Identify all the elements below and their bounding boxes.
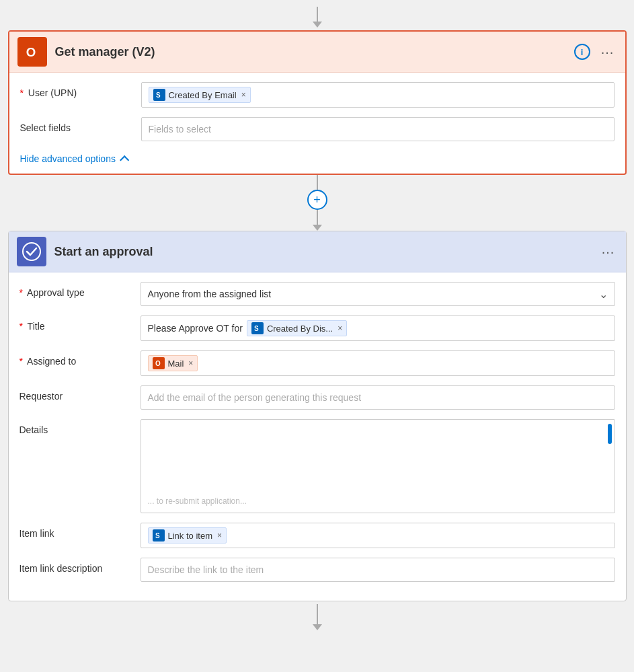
details-textarea[interactable]: ... to re-submit application... xyxy=(141,419,615,513)
assigned-to-row: * Assigned to O Mail × xyxy=(19,350,615,376)
chip-remove[interactable]: × xyxy=(241,90,246,100)
requestor-label: Requestor xyxy=(19,385,141,402)
connector-line-bottom xyxy=(317,210,318,225)
title-label: * Title xyxy=(19,315,141,332)
sharepoint-title-chip-icon: S xyxy=(251,322,264,334)
details-field[interactable]: ... to re-submit application... xyxy=(141,419,615,513)
required-star-approval-type: * xyxy=(19,287,23,298)
requestor-placeholder: Add the email of the person generating t… xyxy=(148,392,362,403)
connector-line-top xyxy=(317,175,318,190)
more-options-button[interactable]: ··· xyxy=(598,42,617,61)
three-dots-icon: ··· xyxy=(601,44,615,60)
link-to-item-chip[interactable]: S Link to item × xyxy=(148,527,227,544)
approval-type-row: * Approval type Anyone from the assigned… xyxy=(19,282,615,306)
title-field[interactable]: Please Approve OT for S Created By Dis..… xyxy=(141,315,615,341)
bottom-arrow xyxy=(313,624,322,630)
approval-header-icons: ··· xyxy=(599,242,618,261)
svg-text:S: S xyxy=(254,325,259,332)
select-fields-placeholder: Fields to select xyxy=(149,124,211,135)
approval-more-button[interactable]: ··· xyxy=(599,242,618,261)
item-link-desc-row: Item link description Describe the link … xyxy=(19,558,615,582)
item-link-field[interactable]: S Link to item × xyxy=(141,523,615,548)
approval-type-field[interactable]: Anyone from the assigned list ⌄ xyxy=(141,282,615,306)
svg-text:O: O xyxy=(26,45,36,59)
user-upn-row: * User (UPN) S Created By Email × xyxy=(20,82,615,108)
hide-advanced-options-link[interactable]: Hide advanced options xyxy=(20,153,126,164)
select-fields-label: Select fields xyxy=(20,117,141,133)
created-by-dis-chip[interactable]: S Created By Dis... × xyxy=(247,320,347,336)
office-chip-icon: O xyxy=(153,357,165,369)
required-star: * xyxy=(20,87,24,98)
assigned-to-field[interactable]: O Mail × xyxy=(141,350,615,376)
required-star-title: * xyxy=(19,321,23,332)
user-upn-input[interactable]: S Created By Email × xyxy=(141,82,615,108)
details-label: Details xyxy=(19,419,141,435)
approval-body: * Approval type Anyone from the assigned… xyxy=(9,272,626,601)
get-manager-card: O Get manager (V2) i ··· * Use xyxy=(8,30,627,175)
mail-chip-remove[interactable]: × xyxy=(188,359,193,368)
item-link-desc-input[interactable]: Describe the link to the item xyxy=(141,558,615,582)
bottom-line xyxy=(317,604,318,624)
mail-chip-text: Mail xyxy=(168,359,184,369)
approval-title: Start an approval xyxy=(54,245,599,259)
link-chip-remove[interactable]: × xyxy=(217,531,222,540)
item-link-desc-placeholder: Describe the link to the item xyxy=(148,564,264,575)
title-chip-remove[interactable]: × xyxy=(338,324,342,333)
item-link-label: Item link xyxy=(19,523,141,539)
header-icons: i ··· xyxy=(573,42,617,61)
get-manager-body: * User (UPN) S Created By Email × xyxy=(9,73,625,174)
office-icon: O xyxy=(17,37,47,67)
created-by-email-chip[interactable]: S Created By Email × xyxy=(149,87,251,103)
approval-card: Start an approval ··· * Approval type An… xyxy=(8,231,627,601)
add-step-button[interactable]: + xyxy=(307,190,327,210)
chevron-up-icon xyxy=(120,155,129,165)
info-button[interactable]: i xyxy=(573,42,592,61)
requestor-input[interactable]: Add the email of the person generating t… xyxy=(141,385,615,410)
details-faded-text: ... to re-submit application... xyxy=(148,496,247,506)
svg-text:S: S xyxy=(156,91,161,99)
svg-text:O: O xyxy=(155,360,161,367)
created-by-dis-chip-text: Created By Dis... xyxy=(267,324,333,334)
requestor-row: Requestor Add the email of the person ge… xyxy=(19,385,615,410)
item-link-desc-field[interactable]: Describe the link to the item xyxy=(141,558,615,582)
select-fields-row: Select fields Fields to select xyxy=(20,117,615,141)
details-row: Details ... to re-submit application... xyxy=(19,419,615,513)
assigned-to-label: * Assigned to xyxy=(19,350,141,367)
bottom-connector xyxy=(313,604,322,630)
user-upn-label: * User (UPN) xyxy=(20,82,141,98)
connector-arrow xyxy=(313,225,322,231)
chip-text: Created By Email xyxy=(169,90,237,100)
user-upn-field[interactable]: S Created By Email × xyxy=(141,82,615,108)
top-connector xyxy=(313,7,322,28)
link-to-item-chip-text: Link to item xyxy=(168,531,212,541)
required-star-assigned: * xyxy=(19,356,23,367)
title-input[interactable]: Please Approve OT for S Created By Dis..… xyxy=(141,315,615,341)
sharepoint-link-chip-icon: S xyxy=(153,529,165,542)
item-link-desc-label: Item link description xyxy=(19,558,141,574)
approval-type-dropdown[interactable]: Anyone from the assigned list ⌄ xyxy=(141,282,615,306)
svg-point-3 xyxy=(23,243,40,260)
info-icon: i xyxy=(574,44,590,60)
approval-header: Start an approval ··· xyxy=(9,231,626,272)
connector-between-cards: + xyxy=(307,175,327,231)
approval-three-dots-icon: ··· xyxy=(602,244,615,260)
textarea-scrollbar xyxy=(608,424,612,444)
get-manager-header: O Get manager (V2) i ··· xyxy=(9,32,625,73)
select-fields-input[interactable]: Fields to select xyxy=(141,117,615,141)
sharepoint-chip-icon: S xyxy=(153,89,165,101)
approval-type-label: * Approval type xyxy=(19,282,141,298)
item-link-row: Item link S Link to item × xyxy=(19,523,615,548)
chevron-down-icon: ⌄ xyxy=(599,288,608,301)
approval-icon xyxy=(17,237,46,266)
requestor-field[interactable]: Add the email of the person generating t… xyxy=(141,385,615,410)
item-link-input[interactable]: S Link to item × xyxy=(141,523,615,548)
assigned-to-input[interactable]: O Mail × xyxy=(141,350,615,376)
mail-chip[interactable]: O Mail × xyxy=(148,355,198,371)
svg-text:S: S xyxy=(155,532,160,539)
get-manager-title: Get manager (V2) xyxy=(55,45,573,59)
select-fields-field[interactable]: Fields to select xyxy=(141,117,615,141)
title-row: * Title Please Approve OT for S Created xyxy=(19,315,615,341)
